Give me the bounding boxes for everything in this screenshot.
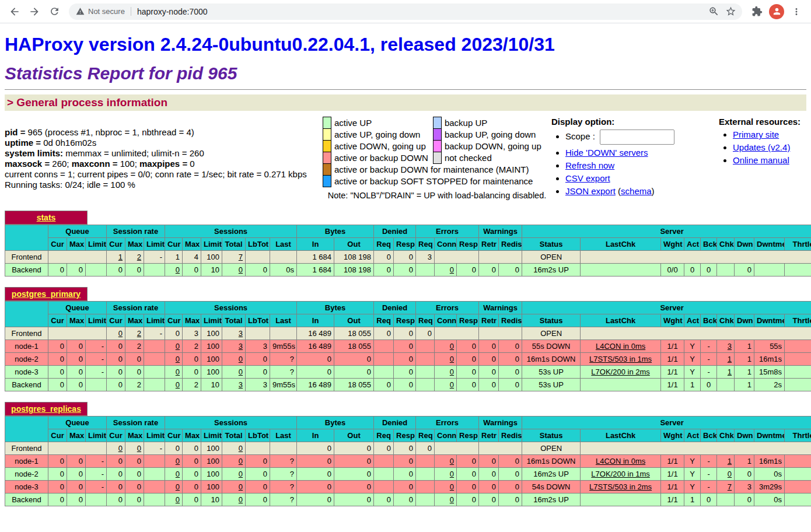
row-name-cell[interactable]: Backend — [5, 494, 48, 506]
legend-swatch — [433, 141, 441, 152]
bookmark-star-icon[interactable] — [725, 6, 736, 17]
stat-cell: L4CON in 0ms — [581, 340, 661, 353]
row-name-cell[interactable]: node-2 — [5, 468, 48, 481]
row-name-cell[interactable]: node-3 — [5, 366, 48, 379]
group-header: Server — [522, 225, 811, 238]
stat-cell: 10 — [201, 264, 222, 276]
stat-cell — [374, 455, 394, 468]
stat-cell: 0 — [334, 455, 374, 468]
col-header: In — [297, 429, 334, 442]
row-name-cell[interactable]: node-1 — [5, 340, 48, 353]
external-resource-link[interactable]: Updates (v2.4) — [733, 142, 790, 152]
col-header: Conn — [435, 314, 457, 327]
display-option-link[interactable]: Hide 'DOWN' servers — [565, 148, 648, 158]
stat-cell: 0 — [394, 340, 416, 353]
group-header: Session rate — [107, 416, 165, 429]
col-header: Wght — [661, 429, 684, 442]
stat-cell: 0 — [479, 366, 499, 379]
stat-cell: 0 — [107, 353, 125, 366]
stat-cell: 0 — [165, 468, 183, 481]
stat-cell: 0 — [67, 481, 86, 494]
stat-cell: 0 — [701, 494, 717, 506]
stat-cell: OPEN — [522, 251, 581, 264]
stat-cell — [416, 366, 435, 379]
zoom-icon[interactable] — [708, 6, 719, 17]
process-info-text: 0 — [190, 159, 194, 169]
stat-cell: 0 — [125, 468, 144, 481]
external-resource-link[interactable]: Primary site — [733, 130, 779, 139]
table-row: Frontend12-1410071 684108 198003OPEN — [5, 251, 811, 264]
col-header: Req — [416, 429, 435, 442]
display-option-link[interactable]: CSV export — [565, 173, 610, 183]
stat-cell: - — [144, 442, 165, 455]
stat-cell: 0 — [125, 481, 144, 494]
process-info-line: uptime = 0d 0h16m02s — [5, 138, 323, 148]
col-header: Dwntme — [754, 314, 785, 327]
col-header: Cur — [48, 314, 67, 327]
stat-cell — [785, 366, 811, 379]
row-name-cell[interactable]: node-3 — [5, 481, 48, 494]
row-name-cell[interactable]: Backend — [5, 264, 48, 276]
external-resource-link[interactable]: Online manual — [733, 155, 789, 165]
col-header: Limit — [201, 429, 222, 442]
table-row: node-300-000010000?000000053s UPL7OK/200… — [5, 366, 811, 379]
stat-cell: 1 — [684, 379, 701, 391]
row-name-cell[interactable]: Frontend — [5, 327, 48, 340]
page-title-link[interactable]: HAProxy version 2.4.24-0ubuntu0.22.04.1,… — [5, 34, 555, 55]
proxy-name-link[interactable]: postgres_primary — [12, 289, 81, 299]
col-header: Cur — [107, 238, 125, 251]
stat-cell: 0 — [374, 494, 394, 506]
proxy-name-link[interactable]: postgres_replicas — [11, 404, 81, 414]
legend-label: active or backup DOWN — [331, 152, 434, 164]
legend-label: active DOWN, going up — [331, 141, 434, 152]
stat-cell: 0 — [183, 264, 201, 276]
stat-cell: 0 — [222, 494, 246, 506]
stat-cell — [374, 366, 394, 379]
row-name-cell[interactable]: node-1 — [5, 455, 48, 468]
stat-cell: 0 — [107, 340, 125, 353]
forward-button[interactable] — [25, 2, 44, 22]
table-row: node-200-000010000?000000016m1s DOWNL7ST… — [5, 353, 811, 366]
proxy-name-box: postgres_primary — [5, 287, 88, 301]
back-button[interactable] — [5, 2, 25, 22]
stat-cell: 7 — [222, 251, 246, 264]
col-header: Cur — [165, 429, 183, 442]
external-resource-item: Updates (v2.4) — [733, 142, 800, 152]
stat-cell: 0 — [479, 340, 499, 353]
profile-avatar[interactable] — [769, 4, 784, 19]
col-header: Resp — [457, 314, 479, 327]
stat-cell: 0 — [125, 494, 144, 506]
proxy-name-link[interactable]: stats — [37, 213, 56, 222]
stat-cell: 0 — [334, 481, 374, 494]
stat-cell: 0 — [107, 455, 125, 468]
stat-cell: 0 — [297, 468, 334, 481]
stat-cell: 0 — [125, 442, 144, 455]
json-export-link[interactable]: JSON export — [565, 186, 616, 196]
legend-swatch — [433, 117, 441, 129]
group-header: Queue — [48, 225, 107, 238]
reload-button[interactable] — [44, 2, 64, 22]
col-header: Dwn — [735, 314, 754, 327]
row-name-cell[interactable]: Frontend — [5, 442, 48, 455]
legend-note: Note: "NOLB"/"DRAIN" = UP with load-bala… — [323, 191, 551, 200]
stat-cell: 0 — [479, 455, 499, 468]
stat-cell: 0 — [48, 264, 67, 276]
row-name-cell[interactable]: node-2 — [5, 353, 48, 366]
stat-cell: 0 — [125, 366, 144, 379]
row-name-cell[interactable]: Frontend — [5, 251, 48, 264]
row-name-cell[interactable]: Backend — [5, 379, 48, 391]
display-option-link[interactable]: Refresh now — [565, 160, 614, 170]
scope-input[interactable] — [600, 130, 674, 145]
stat-cell — [144, 494, 165, 506]
stat-cell: 0 — [374, 379, 394, 391]
json-schema-link[interactable]: schema — [621, 186, 652, 196]
col-header: Chk — [717, 429, 735, 442]
security-badge[interactable]: Not secure — [76, 7, 131, 16]
stat-cell — [416, 494, 435, 506]
address-bar[interactable]: Not secure haproxy-node:7000 — [69, 4, 742, 20]
stat-cell: 53s UP — [522, 366, 581, 379]
menu-button[interactable] — [786, 2, 806, 22]
extensions-button[interactable] — [747, 2, 767, 22]
stat-cell — [785, 468, 811, 481]
process-info-line: current conns = 1; current pipes = 0/0; … — [5, 169, 323, 180]
